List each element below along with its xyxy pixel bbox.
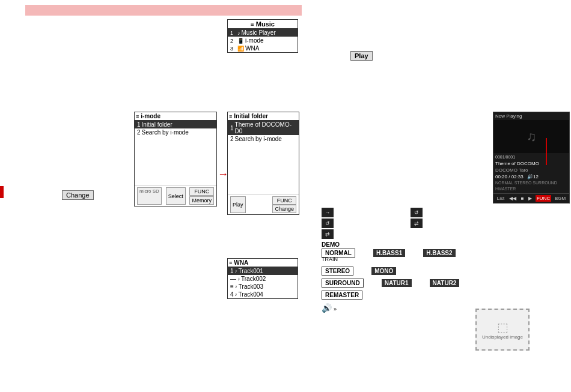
sm-natur1-badge: NATUR1 <box>382 279 412 287</box>
np-red-bar <box>546 138 547 165</box>
sm-stereo-badge: STEREO <box>322 267 353 276</box>
menu-icon-3: 📶 <box>237 46 244 52</box>
np-info: 0001/0001 Theme of DOCOMO DOCOMO Taro 00… <box>493 153 569 193</box>
wna-label-1: Track001 <box>239 268 263 274</box>
undisplayed-icon: ⬚ <box>497 320 508 334</box>
np-volume: 🔊12 <box>527 174 539 179</box>
play-button-label[interactable]: Play <box>350 51 373 61</box>
sm-surround-badge: SURROUND <box>322 279 364 288</box>
np-play-btn[interactable]: ▶ <box>527 195 533 202</box>
np-title-bar: Now Playing <box>493 112 569 120</box>
imode-icon: ≡ <box>136 113 139 119</box>
np-art-area: ♫ <box>493 120 569 153</box>
np-rew-btn[interactable]: ◀◀ <box>508 195 518 202</box>
undisplayed-label: Undisplayed image <box>482 334 523 340</box>
wna-title-label: WNA <box>234 259 248 266</box>
sound-modes-container: NORMAL TRAIN H.BASS1 H.BASS2 STEREO MONO… <box>322 249 459 313</box>
sm-surround: SURROUND <box>322 279 364 286</box>
wna-track-icon-1: ♪ <box>235 268 237 274</box>
pb-icon-forward[interactable]: → <box>322 208 334 217</box>
np-bgm-btn[interactable]: BGM <box>554 195 567 202</box>
folder-func-btn[interactable]: FUNC <box>272 196 296 205</box>
imode-footer: micro SD Select FUNC Memory <box>135 185 216 206</box>
wna-label-3: Track003 <box>239 283 263 290</box>
wna-item-3[interactable]: ≡ ♪ Track003 <box>228 283 298 291</box>
np-list-btn[interactable]: List <box>496 195 505 202</box>
folder-num-2: 2 <box>230 136 234 142</box>
repeat-icon-shuffle[interactable]: ⇌ <box>411 219 423 228</box>
imode-item-1[interactable]: 1 Initial folder <box>135 121 216 128</box>
np-artist: DOCOMO Taro <box>495 167 567 173</box>
change-button[interactable]: Change <box>62 190 94 200</box>
np-func-btn[interactable]: FUNC <box>536 195 551 202</box>
menu-icon-2: 📱 <box>237 38 244 44</box>
music-menu-item-3[interactable]: 3 📶 WNA <box>228 44 298 52</box>
sound-row-4: REMASTER <box>322 291 459 298</box>
wna-item-1[interactable]: 1 ♪ Track001 <box>228 267 298 275</box>
sm-hbass2: H.BASS2 <box>423 249 455 262</box>
np-time: 00:20 / 02:33 🔊12 <box>495 173 567 180</box>
initial-folder-title: ≡ Initial folder <box>228 112 299 121</box>
imode-item-2[interactable]: 2 Search by i-mode <box>135 128 216 136</box>
np-controls: List ◀◀ ■ ▶ FUNC BGM <box>493 193 569 203</box>
wna-num-3: ≡ <box>230 283 234 290</box>
repeat-icons-group: ↺ ⇌ <box>411 208 423 228</box>
speaker-sub: » <box>334 306 337 312</box>
pb-icon-shuffle[interactable]: ⇄ <box>322 229 334 239</box>
imode-func-btn[interactable]: FUNC <box>189 187 214 196</box>
menu-icon-1: ♪ <box>237 30 240 36</box>
sound-row-1: NORMAL TRAIN H.BASS1 H.BASS2 <box>322 249 459 262</box>
sm-normal: NORMAL TRAIN <box>322 249 355 262</box>
folder-label-1: Theme of DOCOMO-D0 <box>235 121 296 134</box>
wna-label-4: Track004 <box>239 291 263 298</box>
sm-natur1: NATUR1 <box>382 279 412 286</box>
repeat-icon-all[interactable]: ↺ <box>411 208 423 217</box>
folder-item-1[interactable]: 1 Theme of DOCOMO-D0 <box>228 121 299 135</box>
wna-box-title: ≡ WNA <box>228 259 298 267</box>
folder-search-label: Search by i-mode <box>235 136 282 142</box>
menu-label-3: WNA <box>245 45 259 52</box>
initial-folder-footer: Play FUNC Change <box>228 194 299 214</box>
folder-item-2[interactable]: 2 Search by i-mode <box>228 135 299 143</box>
folder-play-btn[interactable]: Play <box>230 196 246 213</box>
np-stop-btn[interactable]: ■ <box>520 195 525 202</box>
sm-hbass1: H.BASS1 <box>373 249 405 262</box>
pb-demo-label: DEMO <box>322 241 340 248</box>
wna-track-icon-2: ♪ <box>237 276 240 282</box>
imode-memory-btn[interactable]: Memory <box>189 196 214 205</box>
speaker-icon: 🔊 <box>322 303 332 313</box>
wna-item-2[interactable]: — ♪ Track002 <box>228 275 298 283</box>
wna-track-icon-4: ♪ <box>235 292 237 297</box>
sound-row-2: STEREO MONO <box>322 267 459 274</box>
music-menu-item-1[interactable]: 1 ♪ Music Player <box>228 29 298 37</box>
imode-box: ≡ i-mode 1 Initial folder 2 Search by i-… <box>134 112 217 207</box>
wna-num-1: 1 <box>230 268 234 274</box>
sm-speaker: 🔊 » <box>322 303 337 313</box>
fplayer-icon: ♫ <box>527 129 537 145</box>
imode-box-title: ≡ i-mode <box>135 112 216 121</box>
initial-folder-box: ≡ Initial folder 1 Theme of DOCOMO-D0 2 … <box>227 112 299 215</box>
menu-label-2: i-mode <box>245 37 264 44</box>
initial-folder-label: Initial folder <box>234 113 268 119</box>
imode-label-2: Search by i-mode <box>142 129 189 136</box>
pb-icon-repeat[interactable]: ↺ <box>322 219 334 228</box>
menu-num-2: 2 <box>230 38 236 44</box>
imode-label-1: Initial folder <box>142 121 173 128</box>
music-menu-title: Music <box>228 20 298 29</box>
np-modes: NORMAL STEREO SURROUND HMASTER <box>495 180 567 192</box>
sm-hbass2-badge: H.BASS2 <box>423 249 455 257</box>
top-banner <box>25 5 302 16</box>
imode-select-btn[interactable]: Select <box>166 187 186 205</box>
imode-spacer <box>135 136 216 184</box>
sm-natur2: NATUR2 <box>430 279 460 286</box>
np-time-total: 02:33 <box>511 174 524 179</box>
now-playing-panel: Now Playing ♫ 0001/0001 Theme of DOCOMO … <box>493 112 570 204</box>
sm-mono-badge: MONO <box>371 267 396 275</box>
wna-item-4[interactable]: 4 ♪ Track004 <box>228 291 298 298</box>
np-time-current: 00:20 <box>495 174 507 179</box>
imode-num-1: 1 <box>137 121 141 128</box>
menu-label-1: Music Player <box>242 29 276 36</box>
folder-change-btn[interactable]: Change <box>272 205 296 213</box>
wna-num-2: — <box>230 276 236 282</box>
music-menu-item-2[interactable]: 2 📱 i-mode <box>228 37 298 44</box>
